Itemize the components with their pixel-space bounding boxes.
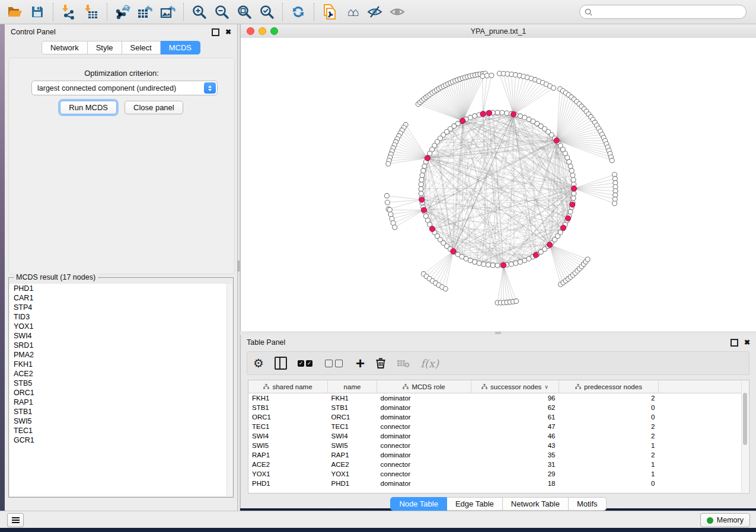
- network-node[interactable]: [481, 262, 486, 267]
- network-node[interactable]: [489, 73, 494, 78]
- network-node[interactable]: [522, 115, 527, 120]
- network-node[interactable]: [468, 258, 473, 263]
- table-cell[interactable]: 2: [559, 450, 659, 460]
- table-cell[interactable]: PHD1: [248, 479, 328, 488]
- network-node[interactable]: [388, 212, 393, 217]
- table-cell[interactable]: 2: [559, 422, 659, 431]
- table-cell[interactable]: SWI5: [248, 441, 328, 450]
- run-mcds-button[interactable]: Run MCDS: [60, 101, 117, 114]
- table-cell[interactable]: 0: [559, 479, 659, 488]
- network-node[interactable]: [386, 161, 391, 166]
- tab-select[interactable]: Select: [122, 41, 161, 55]
- mcds-result-item[interactable]: STP4: [9, 303, 232, 312]
- tab-node-table[interactable]: Node Table: [390, 497, 447, 511]
- column-header-shared-name[interactable]: shared name: [248, 380, 328, 393]
- network-node[interactable]: [569, 168, 574, 173]
- network-node[interactable]: [610, 158, 614, 163]
- memory-button[interactable]: Memory: [700, 513, 750, 527]
- network-node[interactable]: [514, 299, 519, 303]
- show-panels-button[interactable]: [7, 513, 24, 527]
- table-cell[interactable]: TEC1: [248, 422, 328, 431]
- network-hub-node[interactable]: [487, 110, 492, 116]
- network-canvas[interactable]: [241, 38, 756, 331]
- tab-style[interactable]: Style: [88, 41, 122, 55]
- table-cell[interactable]: SWI4: [328, 431, 377, 441]
- network-node[interactable]: [443, 287, 448, 291]
- table-cell[interactable]: 96: [471, 393, 559, 403]
- network-node[interactable]: [500, 110, 505, 115]
- network-node[interactable]: [473, 114, 477, 118]
- network-node[interactable]: [571, 196, 576, 201]
- table-cell[interactable]: FKH1: [248, 393, 328, 403]
- search-input[interactable]: [595, 7, 741, 17]
- table-cell[interactable]: STB1: [328, 403, 377, 412]
- network-hub-node[interactable]: [533, 252, 538, 258]
- network-node[interactable]: [422, 164, 427, 169]
- network-graph[interactable]: [241, 38, 756, 331]
- table-row[interactable]: YOX1YOX1connector291: [248, 469, 749, 479]
- table-cell[interactable]: SWI5: [328, 441, 377, 450]
- table-cell[interactable]: 0: [559, 403, 659, 412]
- network-hub-node[interactable]: [425, 155, 430, 161]
- table-row[interactable]: SWI5SWI5connector431: [248, 441, 749, 450]
- network-hub-node[interactable]: [460, 118, 465, 124]
- table-cell[interactable]: 18: [471, 479, 559, 488]
- network-hub-node[interactable]: [451, 249, 456, 254]
- delete-columns-icon[interactable]: [375, 355, 386, 371]
- table-row[interactable]: FKH1FKH1dominator962: [248, 393, 749, 403]
- deselect-all-rows-icon[interactable]: [325, 355, 345, 371]
- scrollbar-thumb[interactable]: [743, 393, 747, 445]
- mcds-result-item[interactable]: ACE2: [9, 369, 232, 379]
- mcds-result-item[interactable]: YOX1: [9, 322, 232, 331]
- network-window-titlebar[interactable]: YPA_prune.txt_1: [241, 24, 756, 39]
- network-hub-node[interactable]: [511, 111, 516, 117]
- zoom-out-icon[interactable]: [210, 2, 233, 22]
- save-session-icon[interactable]: [26, 2, 49, 22]
- window-minimize-icon[interactable]: [259, 27, 266, 35]
- network-node[interactable]: [473, 259, 477, 264]
- table-cell[interactable]: 35: [471, 450, 559, 460]
- column-header-predecessor-nodes[interactable]: predecessor nodes: [559, 380, 659, 393]
- tab-network[interactable]: Network: [42, 41, 88, 55]
- table-cell[interactable]: 1: [559, 460, 659, 469]
- table-cell[interactable]: connector: [377, 422, 471, 431]
- table-cell[interactable]: dominator: [377, 403, 471, 412]
- close-panel-icon[interactable]: ✖: [744, 338, 750, 347]
- tab-network-table[interactable]: Network Table: [503, 497, 569, 511]
- network-hub-node[interactable]: [566, 216, 571, 221]
- close-panel-icon[interactable]: ✖: [225, 28, 231, 36]
- network-hub-node[interactable]: [561, 225, 566, 230]
- function-builder-icon[interactable]: f(x): [420, 355, 439, 371]
- import-table-icon[interactable]: [80, 2, 103, 22]
- network-node[interactable]: [484, 73, 489, 78]
- network-hub-node[interactable]: [571, 186, 576, 191]
- table-cell[interactable]: 47: [471, 422, 559, 431]
- table-cell[interactable]: connector: [377, 441, 471, 450]
- table-cell[interactable]: STB1: [248, 403, 328, 412]
- network-node[interactable]: [570, 173, 575, 178]
- table-cell[interactable]: ACE2: [328, 460, 377, 469]
- network-node[interactable]: [387, 207, 392, 212]
- network-node[interactable]: [572, 191, 576, 196]
- import-network-icon[interactable]: [58, 2, 80, 22]
- network-node[interactable]: [477, 261, 481, 265]
- zoom-fit-icon[interactable]: [233, 2, 256, 22]
- mcds-result-item[interactable]: TID3: [9, 312, 232, 322]
- float-panel-icon[interactable]: [212, 28, 219, 36]
- optimization-criterion-select[interactable]: largest connected component (undirected): [31, 81, 218, 95]
- search-box[interactable]: [579, 5, 747, 19]
- network-node[interactable]: [420, 173, 425, 178]
- network-node[interactable]: [419, 191, 423, 196]
- table-cell[interactable]: 2: [559, 431, 659, 441]
- mcds-result-item[interactable]: RAP1: [9, 398, 232, 407]
- table-cell[interactable]: RAP1: [248, 450, 328, 460]
- table-cell[interactable]: dominator: [377, 450, 471, 460]
- mcds-list-scrollbar[interactable]: [227, 284, 232, 496]
- mcds-result-item[interactable]: GCR1: [9, 435, 232, 445]
- table-row[interactable]: ORC1ORC1dominator610: [248, 412, 749, 422]
- network-hub-node[interactable]: [430, 226, 435, 232]
- table-cell[interactable]: PHD1: [328, 479, 377, 488]
- float-panel-icon[interactable]: [731, 339, 738, 347]
- network-node[interactable]: [495, 263, 500, 268]
- export-image-icon[interactable]: [157, 2, 179, 22]
